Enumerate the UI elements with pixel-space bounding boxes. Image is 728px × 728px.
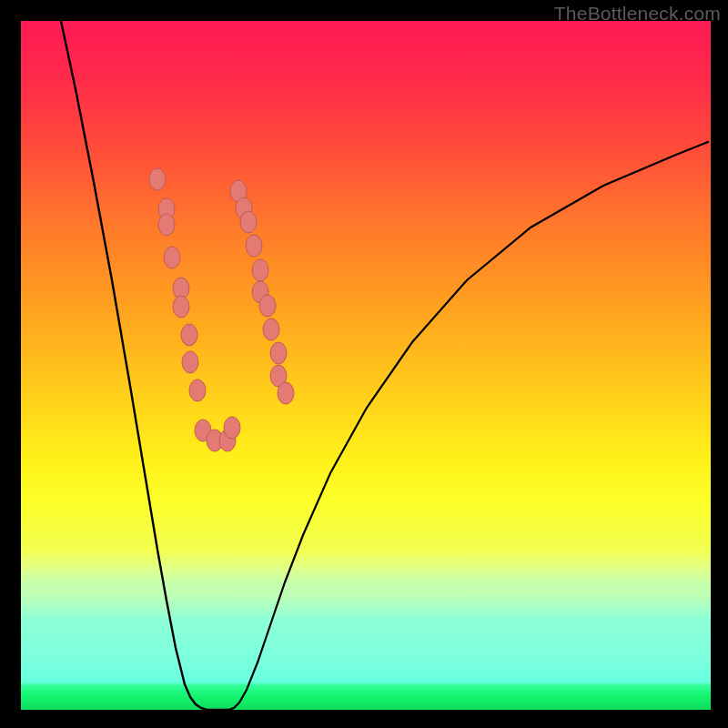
curve-marker-dot [270, 342, 287, 364]
chart-svg [21, 21, 711, 710]
curve-marker-dot [149, 168, 166, 190]
curve-marker-dot [181, 324, 197, 346]
curve-marker-dot [246, 235, 262, 257]
curve-marker-dot [278, 382, 294, 404]
curve-markers [149, 168, 294, 451]
chart-stage: TheBottleneck.com [0, 0, 728, 728]
curve-marker-dot [182, 351, 198, 373]
curve-left-branch [61, 21, 228, 710]
curve-marker-dot [173, 296, 189, 318]
curve-marker-dot [263, 318, 279, 340]
curve-marker-dot [164, 247, 180, 268]
curve-marker-dot [189, 379, 206, 401]
plot-area [21, 21, 711, 710]
curve-right-branch [228, 142, 708, 710]
watermark-text: TheBottleneck.com [554, 4, 721, 23]
curve-marker-dot [252, 259, 268, 281]
curve-marker-dot [259, 295, 276, 317]
curve-marker-dot [240, 211, 257, 233]
curve-marker-dot [158, 214, 175, 236]
curve-marker-dot [224, 417, 240, 439]
